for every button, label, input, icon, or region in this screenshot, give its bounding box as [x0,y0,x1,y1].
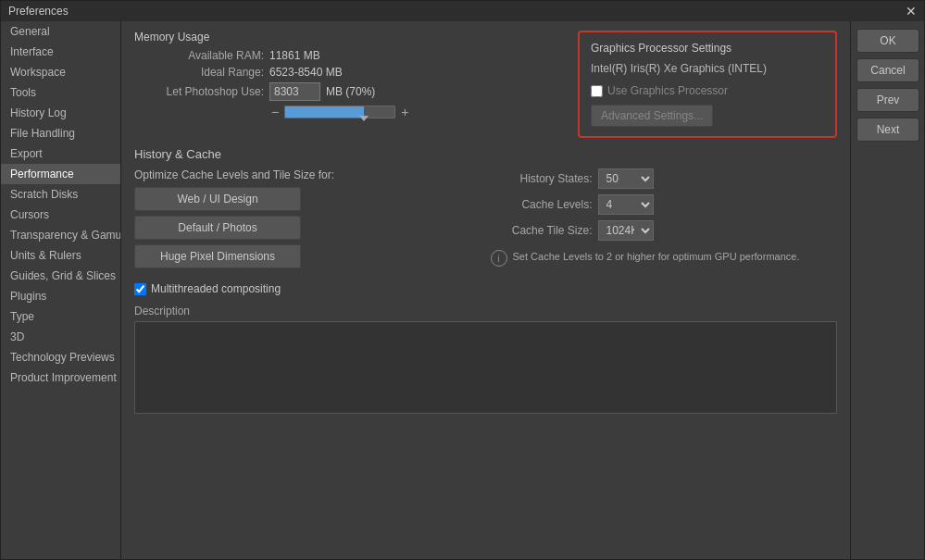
sidebar-item-cursors[interactable]: Cursors [1,205,120,225]
gpu-section: Graphics Processor Settings Intel(R) Iri… [578,31,837,138]
sidebar-item-plugins[interactable]: Plugins [1,286,120,306]
description-label: Description [134,305,837,317]
sidebar-item-transparency-gamut[interactable]: Transparency & Gamut [1,225,120,245]
slider-track[interactable] [284,106,395,118]
slider-fill [285,106,364,118]
sidebar-item-history-log[interactable]: History Log [1,103,120,123]
sidebar-item-technology-previews[interactable]: Technology Previews [1,347,120,367]
hc-right: History States: 50 20 100 Cache Levels: [491,168,838,273]
window-title: Preferences [8,5,69,18]
use-gpu-row: Use Graphics Processor [591,84,824,97]
main-content: General Interface Workspace Tools Histor… [1,21,924,559]
content-area: Memory Usage Available RAM: 11861 MB Ide… [121,21,850,559]
cache-levels-select[interactable]: 4 2 8 [598,194,654,215]
sidebar-item-scratch-disks[interactable]: Scratch Disks [1,184,120,205]
ideal-range-label: Ideal Range: [134,66,264,79]
let-photoshop-unit: MB (70%) [326,85,375,98]
history-states-select[interactable]: 50 20 100 [598,168,654,189]
hc-body: Optimize Cache Levels and Tile Size for:… [134,168,837,273]
sidebar-item-performance[interactable]: Performance [1,164,120,184]
memory-section-title: Memory Usage [134,31,565,44]
buttons-column: OK Cancel Prev Next [850,21,924,559]
slider-thumb [359,116,369,121]
ideal-range-value: 6523-8540 MB [269,66,343,79]
slider-increase-btn[interactable]: + [401,105,408,119]
memory-block: Memory Usage Available RAM: 11861 MB Ide… [134,31,565,138]
cache-tile-size-row: Cache Tile Size: 1024K 512K 256K [491,220,838,241]
use-gpu-label: Use Graphics Processor [607,84,728,97]
top-section: Memory Usage Available RAM: 11861 MB Ide… [134,31,837,138]
multithreaded-row: Multithreaded compositing [134,282,837,295]
ok-button[interactable]: OK [856,29,919,53]
history-states-row: History States: 50 20 100 [491,168,838,189]
ideal-range-row: Ideal Range: 6523-8540 MB [134,66,565,79]
available-ram-value: 11861 MB [269,49,320,62]
hc-left: Optimize Cache Levels and Tile Size for:… [134,168,481,273]
cache-levels-row: Cache Levels: 4 2 8 [491,194,838,215]
slider-decrease-btn[interactable]: − [271,105,279,119]
cache-levels-label: Cache Levels: [491,198,593,211]
advanced-settings-btn[interactable]: Advanced Settings... [591,105,713,127]
let-photoshop-label: Let Photoshop Use: [134,85,264,98]
sidebar-item-units-rulers[interactable]: Units & Rulers [1,245,120,266]
sidebar-item-product-improvement[interactable]: Product Improvement [1,367,120,388]
sidebar-item-file-handling[interactable]: File Handling [1,123,120,143]
cache-tile-size-label: Cache Tile Size: [491,224,593,237]
let-photoshop-row: Let Photoshop Use: 8303 MB (70%) [134,82,565,101]
sidebar-item-3d[interactable]: 3D [1,327,120,347]
gpu-section-title: Graphics Processor Settings [591,42,824,55]
multithreaded-checkbox[interactable] [134,283,146,295]
history-cache-section: History & Cache Optimize Cache Levels an… [134,147,837,273]
let-photoshop-input[interactable]: 8303 [269,82,320,101]
cache-tile-size-select[interactable]: 1024K 512K 256K [598,220,654,241]
hc-optimize-label: Optimize Cache Levels and Tile Size for: [134,168,481,181]
history-states-label: History States: [491,172,593,185]
gpu-device: Intel(R) Iris(R) Xe Graphics (INTEL) [591,62,824,75]
multithreaded-label: Multithreaded compositing [151,282,281,295]
sidebar-item-tools[interactable]: Tools [1,82,120,103]
right-main: Memory Usage Available RAM: 11861 MB Ide… [121,21,924,559]
available-ram-row: Available RAM: 11861 MB [134,49,565,62]
sidebar-item-export[interactable]: Export [1,143,120,164]
available-ram-label: Available RAM: [134,49,264,62]
sidebar-item-guides-grid-slices[interactable]: Guides, Grid & Slices [1,266,120,286]
hc-preset-huge-pixel[interactable]: Huge Pixel Dimensions [134,244,301,268]
sidebar: General Interface Workspace Tools Histor… [1,21,121,559]
description-textarea[interactable] [134,321,837,414]
cancel-button[interactable]: Cancel [856,58,919,82]
titlebar: Preferences ✕ [1,1,924,21]
sidebar-item-interface[interactable]: Interface [1,42,120,62]
prev-button[interactable]: Prev [856,88,919,112]
next-button[interactable]: Next [856,118,919,142]
gpu-info-row: i Set Cache Levels to 2 or higher for op… [491,250,838,267]
sidebar-item-workspace[interactable]: Workspace [1,62,120,82]
hc-preset-default-photos[interactable]: Default / Photos [134,216,301,240]
preferences-window: Preferences ✕ General Interface Workspac… [0,0,925,560]
description-section: Description [134,305,837,550]
hc-preset-web-ui[interactable]: Web / UI Design [134,187,301,211]
info-icon: i [491,250,507,267]
sidebar-item-type[interactable]: Type [1,306,120,327]
use-gpu-checkbox[interactable] [591,85,603,97]
close-button[interactable]: ✕ [906,4,917,19]
slider-row: − + [271,105,565,119]
sidebar-item-general[interactable]: General [1,21,120,42]
hc-title: History & Cache [134,147,837,161]
info-text: Set Cache Levels to 2 or higher for opti… [513,250,800,264]
